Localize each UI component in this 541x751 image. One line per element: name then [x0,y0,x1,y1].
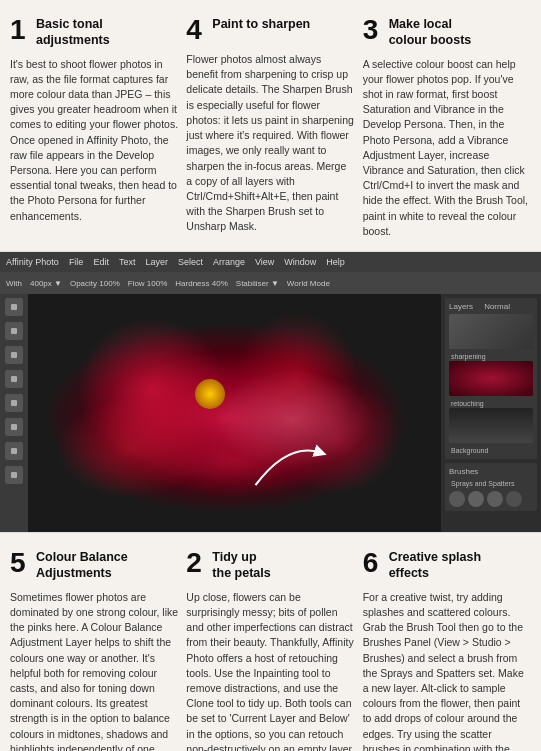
toolbar-size[interactable]: 400px ▼ [30,279,62,288]
bottom-card-2: 2 Tidy upthe petals Up close, flowers ca… [186,549,354,751]
background-layer-thumb[interactable] [449,408,533,443]
card-title-3: Make localcolour boosts [389,16,472,49]
retouching-layer-label[interactable]: retouching [449,399,533,408]
menu-affinity[interactable]: Affinity Photo [6,257,59,267]
tool-brush[interactable] [5,322,23,340]
bottom-card-6: 6 Creative splasheffects For a creative … [363,549,531,751]
layers-label: Layers Normal [449,302,533,311]
background-layer-label[interactable]: Background [449,446,533,455]
tool-clone[interactable] [5,346,23,364]
brush-swatch-1[interactable] [449,491,465,507]
tool-zoom[interactable] [5,466,23,484]
step-number-6: 6 [363,549,383,577]
card-title-4: Paint to sharpen [212,16,310,32]
tool-crop[interactable] [5,394,23,412]
left-tool-panel [0,294,28,532]
card-header-1: 1 Basic tonaladjustments [10,16,178,49]
petal-highlight [111,330,441,509]
card-body-5: Sometimes flower photos are dominated by… [10,590,178,751]
app-toolbar: With 400px ▼ Opacity 100% Flow 100% Hard… [0,272,541,294]
card-header-2: 2 Tidy upthe petals [186,549,354,582]
card-header-3: 3 Make localcolour boosts [363,16,531,49]
sharpening-layer-thumb[interactable] [449,314,533,349]
card-title-6: Creative splasheffects [389,549,481,582]
step-number-2: 2 [186,549,206,577]
sprays-spatters-label[interactable]: Sprays and Spatters [449,479,533,488]
tool-select[interactable] [5,370,23,388]
step-number-4: 4 [186,16,206,44]
app-body: Layers Normal sharpening retouching Back… [0,294,541,532]
toolbar-hardness[interactable]: Hardness 40% [175,279,227,288]
step-number-1: 1 [10,16,30,44]
top-card-1: 1 Basic tonaladjustments It's best to sh… [10,16,178,239]
top-section: 1 Basic tonaladjustments It's best to sh… [0,0,541,252]
menu-help[interactable]: Help [326,257,345,267]
app-window: Affinity Photo File Edit Text Layer Sele… [0,252,541,532]
toolbar-with: With [6,279,22,288]
bottom-section: 5 Colour BalanceAdjustments Sometimes fl… [0,532,541,751]
menu-view[interactable]: View [255,257,274,267]
bottom-card-5: 5 Colour BalanceAdjustments Sometimes fl… [10,549,178,751]
toolbar-flow[interactable]: Flow 100% [128,279,168,288]
card-body-6: For a creative twist, try adding splashe… [363,590,531,751]
brushes-label: Brushes [449,467,533,476]
menu-edit[interactable]: Edit [93,257,109,267]
menu-file[interactable]: File [69,257,84,267]
retouching-layer-thumb[interactable] [449,361,533,396]
card-body-4: Flower photos almost always benefit from… [186,52,354,235]
tool-text[interactable] [5,442,23,460]
step-number-3: 3 [363,16,383,44]
step-number-5: 5 [10,549,30,577]
layers-panel: Layers Normal sharpening retouching Back… [445,298,537,459]
card-body-1: It's best to shoot flower photos in raw,… [10,57,178,224]
brush-swatch-4[interactable] [506,491,522,507]
tool-move[interactable] [5,298,23,316]
card-title-2: Tidy upthe petals [212,549,270,582]
app-menubar: Affinity Photo File Edit Text Layer Sele… [0,252,541,272]
card-body-2: Up close, flowers can be surprisingly me… [186,590,354,751]
card-title-1: Basic tonaladjustments [36,16,110,49]
sharpening-layer-label[interactable]: sharpening [449,352,533,361]
brushes-panel: Brushes Sprays and Spatters [445,463,537,511]
menu-arrange[interactable]: Arrange [213,257,245,267]
toolbar-opacity[interactable]: Opacity 100% [70,279,120,288]
top-card-4: 4 Paint to sharpen Flower photos almost … [186,16,354,239]
card-header-5: 5 Colour BalanceAdjustments [10,549,178,582]
card-body-3: A selective colour boost can help your f… [363,57,531,240]
screenshot-section: Affinity Photo File Edit Text Layer Sele… [0,252,541,532]
menu-select[interactable]: Select [178,257,203,267]
toolbar-stabiliser[interactable]: Stabiliser ▼ [236,279,279,288]
menu-text[interactable]: Text [119,257,136,267]
tool-healing[interactable] [5,418,23,436]
right-panel: Layers Normal sharpening retouching Back… [441,294,541,532]
card-header-4: 4 Paint to sharpen [186,16,354,44]
menu-layer[interactable]: Layer [145,257,168,267]
card-header-6: 6 Creative splasheffects [363,549,531,582]
card-title-5: Colour BalanceAdjustments [36,549,128,582]
top-card-3: 3 Make localcolour boosts A selective co… [363,16,531,239]
brush-swatch-2[interactable] [468,491,484,507]
flower-center [195,379,225,409]
menu-window[interactable]: Window [284,257,316,267]
brush-swatch-3[interactable] [487,491,503,507]
canvas-area [28,294,441,532]
toolbar-world: World Mode [287,279,330,288]
